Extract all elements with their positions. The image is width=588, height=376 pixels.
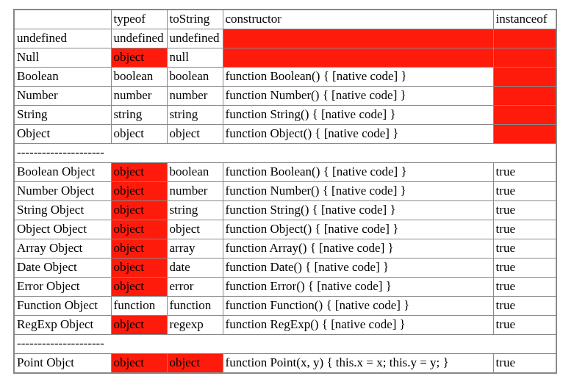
cell-instanceof xyxy=(493,68,556,87)
cell-constructor: function Error() { [native code] } xyxy=(223,278,493,297)
cell-constructor: function Number() { [native code] } xyxy=(223,182,493,201)
separator-cell: --------------------- xyxy=(14,335,556,354)
cell-instanceof: true xyxy=(493,201,556,220)
cell-typeof: object xyxy=(111,48,167,68)
separator-row: --------------------- xyxy=(14,335,556,354)
cell-instanceof: true xyxy=(493,278,556,297)
cell-typeof: object xyxy=(111,239,167,258)
cell-label: Object Object xyxy=(14,220,111,239)
cell-constructor xyxy=(223,29,493,48)
cell-label: Boolean Object xyxy=(14,163,111,182)
cell-label: Null xyxy=(14,48,111,68)
cell-tostring: object xyxy=(167,220,223,239)
cell-instanceof: true xyxy=(493,316,556,335)
cell-tostring: object xyxy=(167,354,223,374)
cell-typeof: object xyxy=(111,125,167,144)
cell-instanceof: true xyxy=(493,297,556,316)
table-row: Objectobjectobjectfunction Object() { [n… xyxy=(14,125,556,144)
cell-tostring: string xyxy=(167,201,223,220)
cell-instanceof xyxy=(493,125,556,144)
cell-typeof: undefined xyxy=(111,29,167,48)
cell-constructor: function RegExp() { [native code] } xyxy=(223,316,493,335)
table-row: Array Objectobjectarrayfunction Array() … xyxy=(14,239,556,258)
cell-typeof: boolean xyxy=(111,68,167,87)
cell-constructor: function Function() { [native code] } xyxy=(223,297,493,316)
table-row: undefinedundefinedundefined xyxy=(14,29,556,48)
cell-label: String xyxy=(14,106,111,125)
cell-label: Error Object xyxy=(14,278,111,297)
cell-instanceof xyxy=(493,29,556,48)
table-row: Function Objectfunctionfunctionfunction … xyxy=(14,297,556,316)
cell-constructor: function Number() { [native code] } xyxy=(223,87,493,106)
table-row: Object Objectobjectobjectfunction Object… xyxy=(14,220,556,239)
cell-tostring: null xyxy=(167,48,223,68)
cell-tostring: string xyxy=(167,106,223,125)
cell-constructor: function String() { [native code] } xyxy=(223,106,493,125)
cell-constructor: function Object() { [native code] } xyxy=(223,125,493,144)
cell-tostring: date xyxy=(167,258,223,278)
cell-label: Boolean xyxy=(14,68,111,87)
col-header-constructor: constructor xyxy=(223,10,493,29)
cell-tostring: number xyxy=(167,87,223,106)
cell-label: Array Object xyxy=(14,239,111,258)
cell-typeof: number xyxy=(111,87,167,106)
cell-label: Function Object xyxy=(14,297,111,316)
cell-label: String Object xyxy=(14,201,111,220)
cell-label: undefined xyxy=(14,29,111,48)
table-row: Point Objctobjectobjectfunction Point(x,… xyxy=(14,354,556,374)
cell-constructor: function Object() { [native code] } xyxy=(223,220,493,239)
cell-constructor: function Date() { [native code] } xyxy=(223,258,493,278)
cell-tostring: boolean xyxy=(167,68,223,87)
cell-instanceof: true xyxy=(493,258,556,278)
cell-typeof: object xyxy=(111,316,167,335)
cell-instanceof: true xyxy=(493,239,556,258)
cell-constructor: function String() { [native code] } xyxy=(223,201,493,220)
cell-typeof: object xyxy=(111,258,167,278)
table-row: Numbernumbernumberfunction Number() { [n… xyxy=(14,87,556,106)
cell-instanceof xyxy=(493,106,556,125)
cell-label: RegExp Object xyxy=(14,316,111,335)
table-row: RegExp Objectobjectregexpfunction RegExp… xyxy=(14,316,556,335)
separator-row: --------------------- xyxy=(14,144,556,163)
cell-typeof: object xyxy=(111,278,167,297)
table-row: Date Objectobjectdatefunction Date() { [… xyxy=(14,258,556,278)
cell-constructor xyxy=(223,48,493,68)
table-row: Boolean Objectobjectbooleanfunction Bool… xyxy=(14,163,556,182)
col-header-tostring: toString xyxy=(167,10,223,29)
cell-instanceof: true xyxy=(493,163,556,182)
cell-tostring: function xyxy=(167,297,223,316)
cell-tostring: boolean xyxy=(167,163,223,182)
cell-label: Point Objct xyxy=(14,354,111,374)
cell-tostring: object xyxy=(167,125,223,144)
cell-label: Date Object xyxy=(14,258,111,278)
cell-typeof: function xyxy=(111,297,167,316)
cell-tostring: error xyxy=(167,278,223,297)
col-header-label xyxy=(14,10,111,29)
cell-typeof: object xyxy=(111,201,167,220)
cell-typeof: object xyxy=(111,182,167,201)
cell-constructor: function Boolean() { [native code] } xyxy=(223,68,493,87)
cell-typeof: object xyxy=(111,163,167,182)
table-row: Stringstringstringfunction String() { [n… xyxy=(14,106,556,125)
table-row: Error Objectobjecterrorfunction Error() … xyxy=(14,278,556,297)
table-header-row: typeof toString constructor instanceof xyxy=(14,10,556,29)
separator-cell: --------------------- xyxy=(14,144,556,163)
type-inspection-table: typeof toString constructor instanceof u… xyxy=(13,9,557,374)
cell-tostring: undefined xyxy=(167,29,223,48)
cell-label: Object xyxy=(14,125,111,144)
cell-constructor: function Point(x, y) { this.x = x; this.… xyxy=(223,354,493,374)
cell-typeof: object xyxy=(111,354,167,374)
cell-instanceof: true xyxy=(493,354,556,374)
table-row: Booleanbooleanbooleanfunction Boolean() … xyxy=(14,68,556,87)
table-row: Nullobjectnull xyxy=(14,48,556,68)
cell-instanceof xyxy=(493,48,556,68)
cell-constructor: function Array() { [native code] } xyxy=(223,239,493,258)
cell-instanceof: true xyxy=(493,182,556,201)
cell-tostring: number xyxy=(167,182,223,201)
cell-instanceof xyxy=(493,87,556,106)
table-row: String Objectobjectstringfunction String… xyxy=(14,201,556,220)
cell-constructor: function Boolean() { [native code] } xyxy=(223,163,493,182)
col-header-typeof: typeof xyxy=(111,10,167,29)
cell-label: Number xyxy=(14,87,111,106)
cell-typeof: object xyxy=(111,220,167,239)
